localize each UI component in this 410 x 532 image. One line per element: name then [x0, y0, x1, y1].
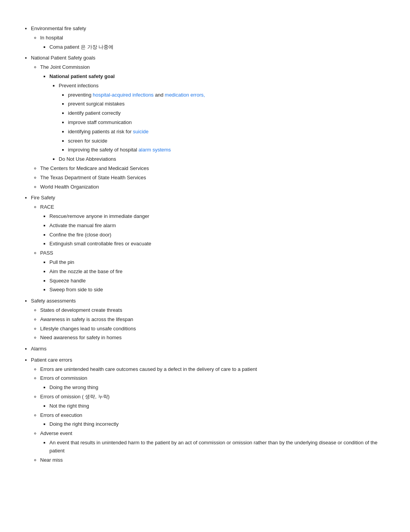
- list-item: States of development create threats: [40, 306, 387, 314]
- list-item: Fire SafetyRACERescue/remove anyone in i…: [31, 194, 387, 294]
- list-item: Environmental fire safetyIn hospitalComa…: [31, 25, 387, 51]
- list-item: identifying patients at risk for suicide…: [68, 128, 387, 145]
- list-item: National patient safety goalPrevent infe…: [49, 73, 387, 163]
- list-item: identify patient correctly: [68, 109, 387, 117]
- list-item: Aim the nozzle at the base of fire: [49, 268, 387, 276]
- list-item: Sweep from side to side: [49, 286, 387, 294]
- list-item: National Patient Safety goalsThe Joint C…: [31, 54, 387, 191]
- list-item: RACERescue/remove anyone in immediate da…: [40, 203, 387, 248]
- list-item: Pull the pin: [49, 258, 387, 267]
- list-item: An event that results in unintended harm…: [49, 439, 387, 455]
- list-item: Errors are unintended health care outcom…: [40, 365, 387, 374]
- list-item: Coma patient 은 가장 나중에: [49, 43, 387, 51]
- list-item: Alarms: [31, 345, 387, 353]
- list-item: Near miss: [40, 456, 387, 464]
- list-item: screen for suicide: [68, 137, 387, 145]
- list-item: Not the right thing: [49, 402, 387, 410]
- list-item: improving the safety of hospital alarm s…: [68, 146, 387, 154]
- list-item: Activate the manual fire alarm: [49, 222, 387, 230]
- list-item: Need awareness for safety in homes: [40, 334, 387, 342]
- list-item: Patient care errorsErrors are unintended…: [31, 356, 387, 464]
- list-item: improve staff communication: [68, 119, 387, 127]
- list-item: preventing hospital-acquired infections …: [68, 91, 387, 99]
- list-item: World Health Organization: [40, 183, 387, 191]
- list-item: The Centers for Medicare and Medicaid Se…: [40, 165, 387, 173]
- list-item: Errors of omission ( 생략, 누락)Not the righ…: [40, 393, 387, 410]
- list-item: The Joint CommissionNational patient saf…: [40, 63, 387, 163]
- list-item: Doing the right thing incorrectly: [49, 420, 387, 428]
- list-item: Prevent infectionspreventing hospital-ac…: [59, 82, 387, 154]
- list-item: Adverse eventAn event that results in un…: [40, 430, 387, 455]
- list-item: Errors of executionDoing the right thing…: [40, 411, 387, 429]
- content: Environmental fire safetyIn hospitalComa…: [23, 25, 387, 464]
- list-item: Do Not Use Abbreviations: [59, 155, 387, 163]
- list-item: In hospitalComa patient 은 가장 나중에: [40, 34, 387, 51]
- list-item: prevent surgical mistakes: [68, 100, 387, 108]
- list-item: Squeeze handle: [49, 277, 387, 285]
- list-item: PASSPull the pinAim the nozzle at the ba…: [40, 249, 387, 294]
- list-item: Doing the wrong thing: [49, 384, 387, 392]
- list-item: Rescue/remove anyone in immediate danger: [49, 212, 387, 221]
- list-item: Errors of commissionDoing the wrong thin…: [40, 374, 387, 392]
- list-item: Lifestyle changes lead to unsafe conditi…: [40, 325, 387, 333]
- list-item: Confine the fire (close door): [49, 231, 387, 239]
- main-list: Environmental fire safetyIn hospitalComa…: [23, 25, 387, 464]
- list-item: Extinguish small controllable fires or e…: [49, 240, 387, 248]
- list-item: Awareness in safety is across the lifesp…: [40, 316, 387, 324]
- list-item: Safety assessmentsStates of development …: [31, 297, 387, 342]
- list-item: The Texas Department of State Health Ser…: [40, 174, 387, 182]
